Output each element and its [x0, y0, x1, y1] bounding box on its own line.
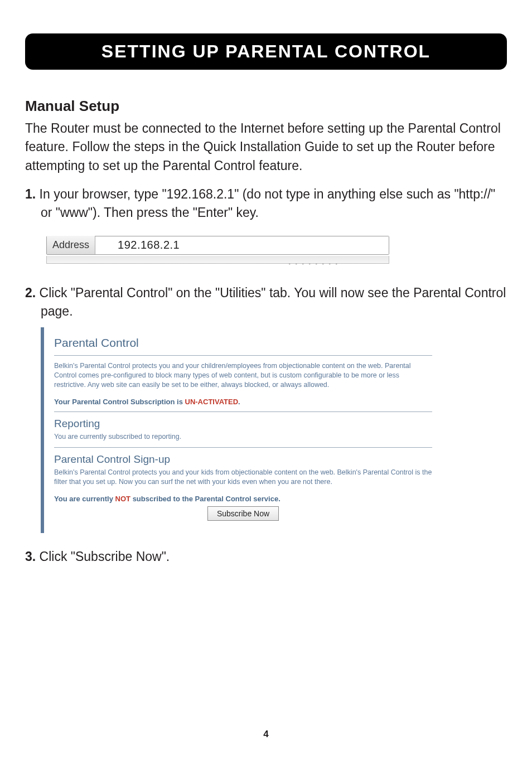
step-2: 2. Click "Parental Control" on the "Util… [25, 284, 507, 321]
panel-title: Parental Control [54, 336, 432, 350]
status-value: UN-ACTIVATED [185, 398, 239, 406]
reporting-title: Reporting [54, 418, 432, 430]
page-header-title: SETTING UP PARENTAL CONTROL [101, 41, 431, 61]
page-header: SETTING UP PARENTAL CONTROL [25, 33, 507, 70]
step-1-text: In your browser, type "192.168.2.1" (do … [36, 187, 495, 220]
address-label: Address [47, 236, 95, 254]
toolbar-dots: • • • • • • • • [288, 261, 339, 267]
section-title: Manual Setup [25, 98, 507, 115]
not-word: NOT [115, 495, 130, 503]
step-1-number: 1. [25, 187, 36, 201]
subscribe-now-button[interactable]: Subscribe Now [207, 506, 279, 521]
signup-status: You are currently NOT subscribed to the … [54, 495, 432, 503]
subscription-status: Your Parental Control Subscription is UN… [54, 398, 432, 406]
step-3: 3. Click "Subscribe Now". [25, 548, 507, 566]
step-3-text: Click "Subscribe Now". [36, 549, 170, 564]
step-3-number: 3. [25, 549, 36, 564]
signup-text: Belkin's Parental Control protects you a… [54, 468, 432, 487]
address-input[interactable]: 192.168.2.1 [95, 236, 389, 254]
step-1: 1. In your browser, type "192.168.2.1" (… [25, 185, 507, 222]
section-intro: The Router must be connected to the Inte… [25, 119, 507, 175]
parental-control-screenshot: Parental Control Belkin's Parental Contr… [41, 327, 507, 533]
signup-title: Parental Control Sign-up [54, 453, 432, 466]
address-bar-screenshot: Address 192.168.2.1 • • • • • • • • [41, 229, 507, 268]
step-2-number: 2. [25, 285, 36, 300]
page-number: 4 [0, 729, 532, 740]
reporting-text: You are currently subscribed to reportin… [54, 432, 432, 442]
address-bar: Address 192.168.2.1 [46, 236, 389, 255]
panel-description: Belkin's Parental Control protects you a… [54, 361, 432, 390]
step-2-text: Click "Parental Control" on the "Utiliti… [36, 285, 506, 318]
